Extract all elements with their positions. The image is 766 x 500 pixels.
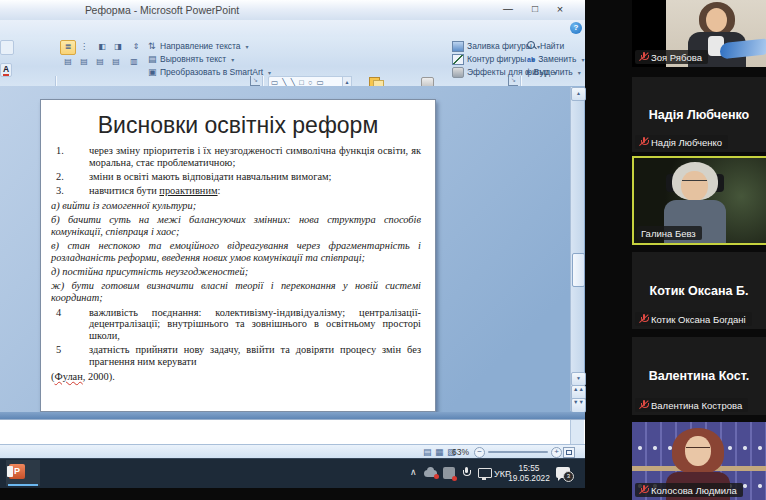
slide-list-item: д) постійна присутність неузгодженостей; xyxy=(51,266,421,278)
paragraph-dialog-launcher[interactable]: ↘ xyxy=(250,76,260,86)
ribbon: А ≣ ⋮ ◧ ◨ ⇕ ▤ ▤ ▤ ▤ ▥ ⇅ Направление текс… xyxy=(0,37,585,87)
slide-list-item: а) вийти із гомогенної культури; xyxy=(51,200,421,212)
next-slide-button[interactable]: ▼▼ xyxy=(571,398,586,413)
recorder-tray-icon[interactable] xyxy=(443,467,455,479)
font-color-icon: А xyxy=(3,65,9,76)
participant-name-label: Колосова Людмила xyxy=(635,483,743,497)
participant-tile-kolosova-lyudmyla[interactable]: Колосова Людмила xyxy=(632,422,766,500)
notes-splitter[interactable] xyxy=(0,412,585,419)
replace-icon: ab xyxy=(527,56,535,63)
align-text-icon: ▤ xyxy=(148,55,157,64)
shape-effects-icon xyxy=(452,67,464,78)
scrollbar-thumb[interactable] xyxy=(572,253,585,287)
zoom-slider-track[interactable] xyxy=(488,451,548,453)
participant-name-label: Валентина Кострова xyxy=(635,398,748,412)
select-icon: ▸ xyxy=(527,68,531,76)
slide-list-item: в) стан неспокою та емоційного відреагув… xyxy=(51,240,421,264)
indent-decrease-button[interactable]: ◧ xyxy=(94,40,110,55)
align-justify-button[interactable]: ▤ xyxy=(108,55,124,70)
participant-tile-valentyna-kostrova[interactable]: Валентина Кост. Валентина Кострова xyxy=(632,337,766,415)
select-button[interactable]: ▸ Выделить xyxy=(527,66,581,78)
scroll-up-button[interactable]: ▲ xyxy=(571,87,586,101)
vertical-scrollbar[interactable]: ▲ ▼ ▲▲ ▼▼ xyxy=(570,87,584,411)
slide-list-item: 3.навчитися бути проактивним: xyxy=(51,185,421,197)
participant-name-label: Котик Оксана Богдані xyxy=(635,312,752,326)
align-right-button[interactable]: ▤ xyxy=(92,55,108,70)
participant-tile-halyna-bevz-active-speaker[interactable]: Галина Бевз xyxy=(632,156,766,245)
slide-list-item: 5здатність прийняти нову задачу, ввійти … xyxy=(51,344,421,368)
slide-canvas[interactable]: Висновки освітніх реформ 1.через зміну п… xyxy=(40,99,436,412)
notes-scrollbar[interactable] xyxy=(570,420,584,445)
slide-sorter-view-button[interactable]: ▦ xyxy=(435,447,444,457)
shape-outline-icon xyxy=(452,54,464,65)
font-color-button[interactable]: А xyxy=(0,63,12,77)
slide-body-text: 1.через зміну пріоритетів і їх неузгодже… xyxy=(51,145,421,382)
slide-title: Висновки освітніх реформ xyxy=(49,112,427,139)
windows-taskbar: P ∧ УКР 15:55 19.05.2022 3 xyxy=(0,458,585,488)
participant-tile-kotyk-oksana[interactable]: Котик Оксана Б. Котик Оксана Богдані xyxy=(632,252,766,329)
zoom-in-button[interactable]: + xyxy=(551,447,562,458)
replace-button[interactable]: ab Заменить xyxy=(527,53,584,65)
slide-citation: (Фулан, 2000). xyxy=(51,371,421,383)
slide-list-item: ж) бути готовим визначити власні теорії … xyxy=(51,280,421,304)
tray-chevron-icon[interactable]: ∧ xyxy=(410,467,417,477)
find-icon xyxy=(527,41,537,51)
zoom-meeting-screen: Реформа - Microsoft PowerPoint — □ × Рец… xyxy=(0,0,766,500)
numbering-button[interactable]: ⋮ xyxy=(76,40,92,55)
clipboard-partial-button[interactable] xyxy=(0,40,14,55)
participant-name-label: Надія Любченко xyxy=(635,135,728,149)
participant-name-label: Галина Бевз xyxy=(637,226,702,240)
status-bar: ▤ ▦ ▧ 63% − + xyxy=(0,444,585,459)
text-direction-button[interactable]: ⇅ Направление текста xyxy=(148,40,249,52)
restore-button[interactable]: □ xyxy=(525,2,545,16)
muted-mic-icon xyxy=(639,485,648,496)
indent-increase-button[interactable]: ◨ xyxy=(110,40,126,55)
muted-mic-icon xyxy=(639,52,648,63)
normal-view-button[interactable]: ▤ xyxy=(423,447,432,457)
slide-list-item: 1.через зміну пріоритетів і їх неузгодже… xyxy=(51,145,421,169)
taskbar-clock[interactable]: 15:55 19.05.2022 xyxy=(508,464,550,483)
columns-button[interactable]: ▥ xyxy=(126,55,142,70)
onedrive-tray-icon[interactable] xyxy=(424,470,437,477)
notification-badge: 3 xyxy=(563,471,574,482)
align-left-button[interactable]: ▤ xyxy=(60,55,76,70)
drawing-dialog-launcher[interactable]: ↘ xyxy=(508,76,518,86)
notifications-icon[interactable]: 3 xyxy=(556,467,570,478)
participant-tile-nadiya-lyubchenko[interactable]: Надія Любченко Надія Любченко xyxy=(632,77,766,152)
title-bar[interactable]: Реформа - Microsoft PowerPoint — □ × xyxy=(0,0,585,21)
close-button[interactable]: × xyxy=(550,2,570,16)
glasses xyxy=(682,180,707,188)
slide-list-item: 2.зміни в освіті мають відповідати навча… xyxy=(51,171,421,183)
slide-list-item: 4важливість поєднання: колективізму-інди… xyxy=(51,307,421,342)
slide-pane: Висновки освітніх реформ 1.через зміну п… xyxy=(0,86,585,412)
minimize-button[interactable]: — xyxy=(498,2,518,16)
help-button[interactable]: ? xyxy=(570,22,582,34)
ribbon-tab-row: Рецензирование Вид xyxy=(0,20,585,37)
zoom-out-button[interactable]: − xyxy=(474,447,485,458)
shape-outline-button[interactable]: Контур фигуры xyxy=(452,53,534,65)
powerpoint-window: Реформа - Microsoft PowerPoint — □ × Рец… xyxy=(0,0,585,458)
text-direction-icon: ⇅ xyxy=(148,42,157,51)
bullets-button[interactable]: ≣ xyxy=(60,40,76,55)
window-title: Реформа - Microsoft PowerPoint xyxy=(85,4,239,16)
align-text-button[interactable]: ▤ Выровнять текст xyxy=(148,53,234,65)
participant-name-label: Зоя Рябова xyxy=(635,50,708,64)
glasses xyxy=(686,447,710,454)
fit-to-window-button[interactable] xyxy=(563,447,575,458)
participant-tile-zoya-ryabova[interactable]: Зоя Рябова xyxy=(632,0,766,67)
notes-pane[interactable] xyxy=(0,419,585,445)
line-spacing-button[interactable]: ⇕ xyxy=(128,40,144,55)
zoom-level[interactable]: 63% xyxy=(452,447,469,457)
microphone-tray-icon[interactable] xyxy=(462,467,471,479)
date: 19.05.2022 xyxy=(508,474,550,484)
muted-mic-icon xyxy=(639,137,648,148)
muted-mic-icon xyxy=(639,400,648,411)
find-button[interactable]: Найти xyxy=(527,40,564,52)
muted-mic-icon xyxy=(639,314,648,325)
align-center-button[interactable]: ▤ xyxy=(76,55,92,70)
shape-fill-icon xyxy=(452,41,464,52)
display-tray-icon[interactable] xyxy=(478,468,492,478)
scroll-down-button[interactable]: ▼ xyxy=(571,372,586,386)
slide-list-item: б) бачити суть на межі балансуючих змінн… xyxy=(51,214,421,238)
smartart-icon: ▣ xyxy=(148,68,157,77)
